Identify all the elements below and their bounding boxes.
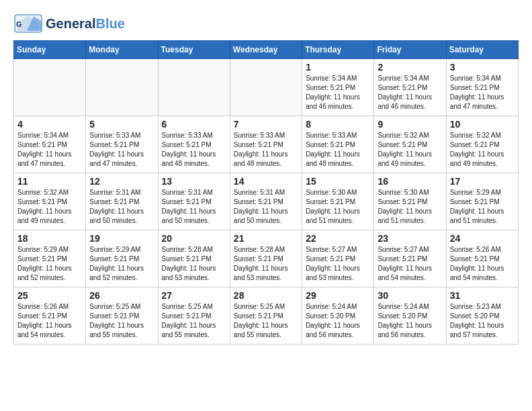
day-cell: 30Sunrise: 5:24 AM Sunset: 5:20 PM Dayli… [374, 287, 446, 345]
day-cell: 3Sunrise: 5:34 AM Sunset: 5:21 PM Daylig… [446, 59, 518, 116]
day-cell: 25Sunrise: 5:26 AM Sunset: 5:21 PM Dayli… [14, 287, 86, 345]
day-number: 18 [17, 233, 82, 244]
day-info: Sunrise: 5:33 AM Sunset: 5:21 PM Dayligh… [306, 131, 370, 169]
day-info: Sunrise: 5:25 AM Sunset: 5:21 PM Dayligh… [162, 302, 226, 340]
day-number: 23 [378, 233, 442, 244]
day-number: 13 [162, 176, 226, 187]
day-cell: 12Sunrise: 5:31 AM Sunset: 5:21 PM Dayli… [86, 173, 158, 230]
day-number: 31 [450, 290, 515, 301]
day-number: 22 [306, 233, 370, 244]
day-info: Sunrise: 5:30 AM Sunset: 5:21 PM Dayligh… [378, 188, 442, 226]
header-saturday: Saturday [446, 41, 518, 59]
day-number: 1 [306, 62, 370, 73]
logo-text: GeneralBlue [46, 16, 125, 31]
day-cell: 9Sunrise: 5:32 AM Sunset: 5:21 PM Daylig… [374, 116, 446, 173]
day-number: 26 [89, 290, 154, 301]
day-cell [230, 59, 302, 116]
day-info: Sunrise: 5:25 AM Sunset: 5:21 PM Dayligh… [234, 302, 298, 340]
day-info: Sunrise: 5:29 AM Sunset: 5:21 PM Dayligh… [89, 245, 154, 283]
logo: G GeneralBlue [13, 13, 125, 34]
week-row-3: 11Sunrise: 5:32 AM Sunset: 5:21 PM Dayli… [14, 173, 519, 230]
day-number: 16 [378, 176, 442, 187]
day-number: 2 [378, 62, 442, 73]
day-info: Sunrise: 5:34 AM Sunset: 5:21 PM Dayligh… [378, 74, 442, 111]
day-info: Sunrise: 5:26 AM Sunset: 5:21 PM Dayligh… [17, 302, 82, 340]
day-info: Sunrise: 5:32 AM Sunset: 5:21 PM Dayligh… [17, 188, 82, 226]
day-cell: 7Sunrise: 5:33 AM Sunset: 5:21 PM Daylig… [230, 116, 302, 173]
day-cell: 26Sunrise: 5:25 AM Sunset: 5:21 PM Dayli… [86, 287, 158, 345]
day-info: Sunrise: 5:28 AM Sunset: 5:21 PM Dayligh… [234, 245, 298, 283]
day-number: 3 [450, 62, 515, 73]
day-number: 17 [450, 176, 515, 187]
day-number: 6 [162, 119, 226, 130]
day-cell [14, 59, 86, 116]
day-cell: 5Sunrise: 5:33 AM Sunset: 5:21 PM Daylig… [86, 116, 158, 173]
header-row: SundayMondayTuesdayWednesdayThursdayFrid… [14, 41, 519, 59]
header-tuesday: Tuesday [158, 41, 230, 59]
day-cell: 16Sunrise: 5:30 AM Sunset: 5:21 PM Dayli… [374, 173, 446, 230]
day-info: Sunrise: 5:31 AM Sunset: 5:21 PM Dayligh… [162, 188, 226, 226]
day-number: 8 [306, 119, 370, 130]
day-number: 27 [162, 290, 226, 301]
day-number: 11 [17, 176, 82, 187]
day-number: 21 [234, 233, 298, 244]
day-info: Sunrise: 5:34 AM Sunset: 5:21 PM Dayligh… [17, 131, 82, 169]
day-cell: 10Sunrise: 5:32 AM Sunset: 5:21 PM Dayli… [446, 116, 518, 173]
day-number: 14 [234, 176, 298, 187]
day-info: Sunrise: 5:29 AM Sunset: 5:21 PM Dayligh… [450, 188, 515, 226]
day-number: 15 [306, 176, 370, 187]
day-number: 29 [306, 290, 370, 301]
day-info: Sunrise: 5:31 AM Sunset: 5:21 PM Dayligh… [234, 188, 298, 226]
day-cell [86, 59, 158, 116]
day-cell: 18Sunrise: 5:29 AM Sunset: 5:21 PM Dayli… [14, 230, 86, 287]
day-number: 19 [89, 233, 154, 244]
day-cell: 27Sunrise: 5:25 AM Sunset: 5:21 PM Dayli… [158, 287, 230, 345]
day-cell: 28Sunrise: 5:25 AM Sunset: 5:21 PM Dayli… [230, 287, 302, 345]
day-info: Sunrise: 5:33 AM Sunset: 5:21 PM Dayligh… [234, 131, 298, 169]
svg-text:G: G [16, 20, 22, 28]
day-info: Sunrise: 5:29 AM Sunset: 5:21 PM Dayligh… [17, 245, 82, 283]
week-row-5: 25Sunrise: 5:26 AM Sunset: 5:21 PM Dayli… [14, 287, 519, 345]
day-cell: 4Sunrise: 5:34 AM Sunset: 5:21 PM Daylig… [14, 116, 86, 173]
day-info: Sunrise: 5:34 AM Sunset: 5:21 PM Dayligh… [450, 74, 515, 111]
header-thursday: Thursday [302, 41, 374, 59]
day-cell: 1Sunrise: 5:34 AM Sunset: 5:21 PM Daylig… [302, 59, 374, 116]
day-info: Sunrise: 5:31 AM Sunset: 5:21 PM Dayligh… [89, 188, 154, 226]
day-info: Sunrise: 5:34 AM Sunset: 5:21 PM Dayligh… [306, 74, 370, 111]
day-info: Sunrise: 5:25 AM Sunset: 5:21 PM Dayligh… [89, 302, 154, 340]
day-number: 7 [234, 119, 298, 130]
day-info: Sunrise: 5:27 AM Sunset: 5:21 PM Dayligh… [306, 245, 370, 283]
day-info: Sunrise: 5:27 AM Sunset: 5:21 PM Dayligh… [378, 245, 442, 283]
header-sunday: Sunday [14, 41, 86, 59]
day-number: 5 [89, 119, 154, 130]
day-cell: 6Sunrise: 5:33 AM Sunset: 5:21 PM Daylig… [158, 116, 230, 173]
day-info: Sunrise: 5:33 AM Sunset: 5:21 PM Dayligh… [162, 131, 226, 169]
calendar-table: SundayMondayTuesdayWednesdayThursdayFrid… [13, 40, 519, 345]
day-cell: 15Sunrise: 5:30 AM Sunset: 5:21 PM Dayli… [302, 173, 374, 230]
day-cell: 14Sunrise: 5:31 AM Sunset: 5:21 PM Dayli… [230, 173, 302, 230]
day-cell: 23Sunrise: 5:27 AM Sunset: 5:21 PM Dayli… [374, 230, 446, 287]
day-info: Sunrise: 5:32 AM Sunset: 5:21 PM Dayligh… [450, 131, 515, 169]
day-cell: 19Sunrise: 5:29 AM Sunset: 5:21 PM Dayli… [86, 230, 158, 287]
day-info: Sunrise: 5:28 AM Sunset: 5:21 PM Dayligh… [162, 245, 226, 283]
day-cell: 8Sunrise: 5:33 AM Sunset: 5:21 PM Daylig… [302, 116, 374, 173]
day-cell: 24Sunrise: 5:26 AM Sunset: 5:21 PM Dayli… [446, 230, 518, 287]
day-number: 4 [17, 119, 82, 130]
week-row-1: 1Sunrise: 5:34 AM Sunset: 5:21 PM Daylig… [14, 59, 519, 116]
page-header: G GeneralBlue [13, 13, 519, 34]
day-info: Sunrise: 5:33 AM Sunset: 5:21 PM Dayligh… [89, 131, 154, 169]
day-info: Sunrise: 5:30 AM Sunset: 5:21 PM Dayligh… [306, 188, 370, 226]
day-info: Sunrise: 5:26 AM Sunset: 5:21 PM Dayligh… [450, 245, 515, 283]
day-cell: 31Sunrise: 5:23 AM Sunset: 5:20 PM Dayli… [446, 287, 518, 345]
day-cell: 2Sunrise: 5:34 AM Sunset: 5:21 PM Daylig… [374, 59, 446, 116]
header-monday: Monday [86, 41, 158, 59]
day-number: 12 [89, 176, 154, 187]
day-number: 30 [378, 290, 442, 301]
day-number: 28 [234, 290, 298, 301]
day-cell: 22Sunrise: 5:27 AM Sunset: 5:21 PM Dayli… [302, 230, 374, 287]
day-cell: 21Sunrise: 5:28 AM Sunset: 5:21 PM Dayli… [230, 230, 302, 287]
day-cell: 13Sunrise: 5:31 AM Sunset: 5:21 PM Dayli… [158, 173, 230, 230]
header-friday: Friday [374, 41, 446, 59]
day-number: 9 [378, 119, 442, 130]
day-info: Sunrise: 5:23 AM Sunset: 5:20 PM Dayligh… [450, 302, 515, 340]
